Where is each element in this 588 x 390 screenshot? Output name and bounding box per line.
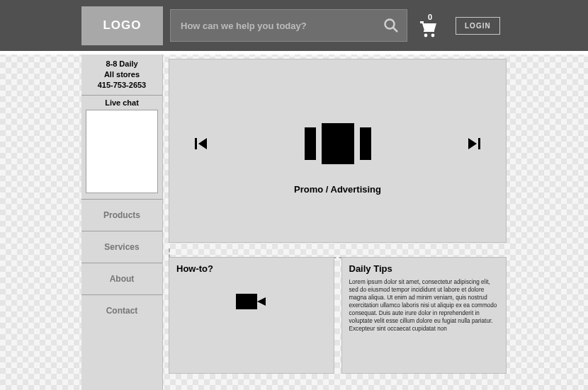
hours-text: 8-8 Daily bbox=[83, 59, 161, 69]
svg-point-4 bbox=[424, 34, 428, 38]
next-bar-icon bbox=[478, 138, 480, 149]
stores-text: All stores bbox=[83, 69, 161, 80]
howto-title: How-to? bbox=[176, 263, 327, 274]
cart-count: 0 bbox=[428, 13, 432, 21]
store-info: 8-8 Daily All stores 415-753-2653 bbox=[81, 55, 162, 96]
logo: LOGO bbox=[81, 6, 163, 45]
carousel-thumb-right bbox=[360, 127, 371, 160]
nav-contact[interactable]: Contact bbox=[81, 294, 162, 326]
prev-bar-icon bbox=[195, 138, 197, 149]
video-icon[interactable] bbox=[236, 294, 267, 314]
tips-title: Daily Tips bbox=[349, 263, 499, 274]
live-chat-label: Live chat bbox=[81, 96, 162, 108]
live-chat-box[interactable] bbox=[86, 110, 158, 193]
hero-promo: Promo / Advertising bbox=[169, 59, 507, 243]
search-button[interactable] bbox=[375, 10, 407, 41]
sidebar: 8-8 Daily All stores 415-753-2653 Live c… bbox=[81, 55, 163, 390]
nav-services[interactable]: Services bbox=[81, 231, 162, 263]
svg-rect-3 bbox=[420, 21, 424, 23]
search-icon bbox=[383, 17, 400, 34]
nav-products[interactable]: Products bbox=[81, 199, 162, 231]
search-input[interactable] bbox=[171, 10, 375, 41]
howto-panel: How-to? bbox=[169, 257, 334, 374]
triangle-left-icon bbox=[198, 138, 207, 149]
carousel-next[interactable] bbox=[468, 138, 480, 149]
search-bar bbox=[170, 9, 407, 42]
daily-tips-panel: Daily Tips Lorem ipsum dolor sit amet, c… bbox=[341, 257, 507, 374]
login-button[interactable]: LOGIN bbox=[456, 17, 500, 35]
triangle-right-icon bbox=[468, 138, 477, 149]
svg-point-5 bbox=[431, 34, 435, 38]
svg-rect-6 bbox=[424, 30, 434, 32]
carousel-coverflow[interactable] bbox=[305, 123, 371, 164]
main-content: Promo / Advertising How-to? Daily Tips L… bbox=[163, 55, 588, 390]
tips-body: Lorem ipsum dolor sit amet, consectetur … bbox=[349, 278, 499, 333]
carousel-thumb-left bbox=[305, 127, 316, 160]
hero-caption: Promo / Advertising bbox=[169, 184, 506, 195]
carousel-thumb-center bbox=[322, 123, 354, 164]
cart-icon bbox=[420, 21, 440, 38]
header: LOGO 0 LOGIN bbox=[0, 0, 588, 51]
carousel-prev[interactable] bbox=[195, 138, 207, 149]
svg-line-1 bbox=[393, 28, 397, 32]
svg-marker-2 bbox=[422, 23, 436, 30]
nav-about[interactable]: About bbox=[81, 263, 162, 294]
phone-text: 415-753-2653 bbox=[83, 80, 161, 91]
cart[interactable]: 0 bbox=[420, 13, 440, 38]
svg-point-0 bbox=[385, 20, 395, 29]
